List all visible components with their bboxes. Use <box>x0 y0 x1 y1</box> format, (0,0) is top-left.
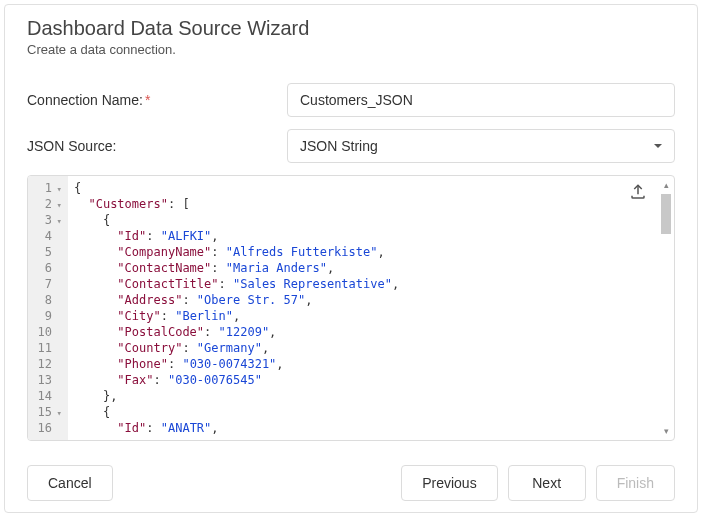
json-source-row: JSON Source: JSON String <box>27 129 675 163</box>
wizard-subtitle: Create a data connection. <box>27 42 675 57</box>
connection-name-row: Connection Name:* <box>27 83 675 117</box>
previous-button[interactable]: Previous <box>401 465 497 501</box>
json-source-select[interactable]: JSON String <box>287 129 675 163</box>
editor-gutter: 1▾2▾3▾456789101112131415▾16 <box>28 176 68 440</box>
scroll-up-icon[interactable]: ▴ <box>660 180 672 190</box>
json-source-value: JSON String <box>300 138 378 154</box>
wizard-header: Dashboard Data Source Wizard Create a da… <box>5 5 697 67</box>
required-marker: * <box>145 92 150 108</box>
connection-name-label: Connection Name:* <box>27 92 287 108</box>
upload-icon[interactable] <box>628 182 648 202</box>
scroll-down-icon[interactable]: ▾ <box>660 426 672 436</box>
wizard-dialog: Dashboard Data Source Wizard Create a da… <box>4 4 698 513</box>
finish-button: Finish <box>596 465 675 501</box>
scroll-thumb[interactable] <box>661 194 671 234</box>
cancel-button[interactable]: Cancel <box>27 465 113 501</box>
wizard-body: Connection Name:* JSON Source: JSON Stri… <box>5 67 697 451</box>
chevron-down-icon <box>654 144 662 148</box>
wizard-title: Dashboard Data Source Wizard <box>27 17 675 40</box>
json-source-label: JSON Source: <box>27 138 287 154</box>
next-button[interactable]: Next <box>508 465 586 501</box>
wizard-footer: Cancel Previous Next Finish <box>5 451 697 515</box>
editor-scrollbar[interactable]: ▴ ▾ <box>660 180 672 436</box>
connection-name-input[interactable] <box>287 83 675 117</box>
json-editor[interactable]: 1▾2▾3▾456789101112131415▾16 { "Customers… <box>27 175 675 441</box>
editor-content[interactable]: { "Customers": [ { "Id": "ALFKI", "Compa… <box>68 176 674 440</box>
